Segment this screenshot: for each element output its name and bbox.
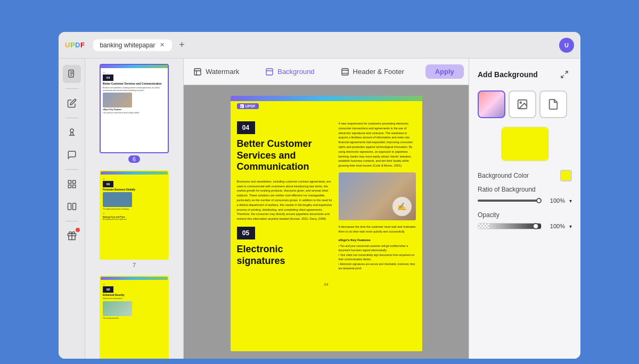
doc-body: 04 Better Customer Services and Communic… xyxy=(231,113,422,277)
svg-rect-5 xyxy=(68,203,71,210)
doc-right-text-1: A new requirement for customers promotin… xyxy=(339,121,416,168)
svg-rect-1 xyxy=(68,180,71,183)
header-footer-icon xyxy=(340,67,350,77)
opacity-label: Opacity xyxy=(478,211,572,219)
color-swatch[interactable] xyxy=(560,170,572,181)
app-window: UPDF banking whitepapar ✕ + U xyxy=(59,32,580,359)
sidebar-item-organize[interactable] xyxy=(63,175,81,193)
header-footer-label: Header & Footer xyxy=(353,68,404,76)
thumbnail-7-number: 7 xyxy=(133,262,136,268)
thumbnail-6-page: 04 04 Better Customer Services and Commu… xyxy=(100,64,169,153)
type-btn-file[interactable] xyxy=(539,90,567,118)
panel-expand-button[interactable] xyxy=(557,67,572,82)
background-icon xyxy=(265,67,274,77)
svg-rect-7 xyxy=(194,69,201,75)
ratio-label: Ratio of Background xyxy=(478,186,572,193)
type-btn-image[interactable] xyxy=(509,90,536,118)
ratio-value: 100% xyxy=(546,197,565,204)
toolbar-watermark[interactable]: Watermark xyxy=(189,65,243,79)
doc-right-text-2: It decreases the time the customer must … xyxy=(339,225,416,234)
thumbnail-page-8[interactable]: 08 08 Enhanced Security Enhanced securit… xyxy=(85,276,183,359)
svg-text:U: U xyxy=(240,105,242,108)
panel-title: Add Background xyxy=(478,70,538,79)
sidebar-icons xyxy=(59,59,85,359)
document-page: U UPDF 04 Better Customer Services and C… xyxy=(231,96,422,351)
doc-esign-heading: eSign's Key Features xyxy=(339,238,416,242)
background-color-label: Background Color xyxy=(478,172,529,179)
opacity-dropdown[interactable]: ▾ xyxy=(569,224,572,229)
thumbnail-6-number: 6 xyxy=(128,155,140,163)
doc-bullet-2: • Your client can conveniently sign docu… xyxy=(339,253,416,262)
sidebar-item-edit[interactable] xyxy=(63,94,81,112)
thumbnail-page-7[interactable]: 06 06 Promotes Business Globally The dig… xyxy=(85,170,183,268)
doc-top-gradient-bar xyxy=(231,96,422,101)
main-content: ‹ 04 04 Better Customer Services and Com… xyxy=(59,59,580,359)
collapse-panel-handle[interactable]: ‹ xyxy=(183,201,184,216)
app-logo: UPDF xyxy=(65,41,85,49)
type-selector xyxy=(478,90,572,118)
document-area: U UPDF 04 Better Customer Services and C… xyxy=(184,85,469,359)
sidebar-divider-3 xyxy=(65,169,78,170)
toolbar: Watermark Background Header & Footer App… xyxy=(184,59,469,85)
sidebar-item-gift[interactable] xyxy=(63,227,81,245)
sidebar-divider-4 xyxy=(65,221,78,221)
opacity-slider-row: 100% ▾ xyxy=(478,223,572,229)
thumbnail-panel: ‹ 04 04 Better Customer Services and Com… xyxy=(85,59,184,359)
svg-rect-6 xyxy=(72,203,76,210)
color-preview-box xyxy=(501,127,549,161)
thumbnail-8-page: 08 08 Enhanced Security Enhanced securit… xyxy=(100,276,169,359)
new-tab-button[interactable]: + xyxy=(174,38,189,53)
sidebar-item-stamp[interactable] xyxy=(63,123,81,142)
doc-bullet-3: • Electronic signatures are secure and c… xyxy=(339,262,416,271)
watermark-label: Watermark xyxy=(206,68,239,76)
ratio-slider-row: 100% ▾ xyxy=(478,197,572,204)
thumbnail-page-6[interactable]: 04 04 Better Customer Services and Commu… xyxy=(85,64,183,163)
opacity-value: 100% xyxy=(546,223,565,229)
doc-chapter-num: 04 xyxy=(237,121,255,134)
svg-rect-4 xyxy=(72,185,75,188)
doc-page-number: 04 xyxy=(231,283,422,291)
ratio-slider-track[interactable] xyxy=(478,200,542,202)
svg-point-13 xyxy=(520,102,521,103)
tab-title: banking whitepapar xyxy=(100,42,155,49)
ratio-dropdown[interactable]: ▾ xyxy=(569,198,572,204)
sidebar-item-document[interactable] xyxy=(63,65,81,83)
type-btn-color[interactable] xyxy=(478,90,505,118)
doc-updf-label: U UPDF xyxy=(237,103,259,109)
background-label: Background xyxy=(277,68,314,76)
doc-section-num: 05 xyxy=(237,227,255,239)
watermark-icon xyxy=(193,67,202,77)
thumbnail-7-page: 06 06 Promotes Business Globally The dig… xyxy=(100,170,169,260)
doc-photo-overlay: ✍ xyxy=(392,197,412,216)
apply-button[interactable]: Apply xyxy=(425,64,464,79)
right-panel: Add Background xyxy=(469,59,580,359)
doc-body-text: Brochures and newsletters, including cus… xyxy=(237,179,333,221)
doc-bullet-1: • You and your concerned customer will g… xyxy=(339,244,416,253)
doc-section-title: Electronic signatures xyxy=(237,244,333,267)
avatar: U xyxy=(559,38,574,53)
panel-header: Add Background xyxy=(478,67,572,82)
svg-rect-8 xyxy=(266,69,273,75)
active-tab[interactable]: banking whitepapar ✕ xyxy=(93,39,172,51)
center-area: Watermark Background Header & Footer App… xyxy=(184,59,469,359)
tab-close-button[interactable]: ✕ xyxy=(158,42,166,49)
opacity-slider-track[interactable] xyxy=(478,223,542,229)
doc-chapter-title: Better Customer Services and Communicati… xyxy=(237,138,333,173)
doc-right-column: A new requirement for customers promotin… xyxy=(339,121,416,271)
svg-rect-2 xyxy=(72,180,75,183)
gift-badge xyxy=(76,228,80,232)
doc-left-column: 04 Better Customer Services and Communic… xyxy=(237,121,333,271)
svg-rect-3 xyxy=(68,185,71,188)
sidebar-divider-1 xyxy=(65,88,78,89)
sidebar-item-compare[interactable] xyxy=(63,197,81,216)
toolbar-header-footer[interactable]: Header & Footer xyxy=(336,65,408,79)
sidebar-divider-2 xyxy=(65,118,78,118)
sidebar-item-comment[interactable] xyxy=(63,146,81,164)
svg-rect-9 xyxy=(342,69,348,75)
doc-photo: ✍ xyxy=(339,172,416,220)
toolbar-background[interactable]: Background xyxy=(260,65,318,79)
title-bar: UPDF banking whitepapar ✕ + U xyxy=(59,32,580,59)
background-color-section: Background Color xyxy=(478,170,572,181)
